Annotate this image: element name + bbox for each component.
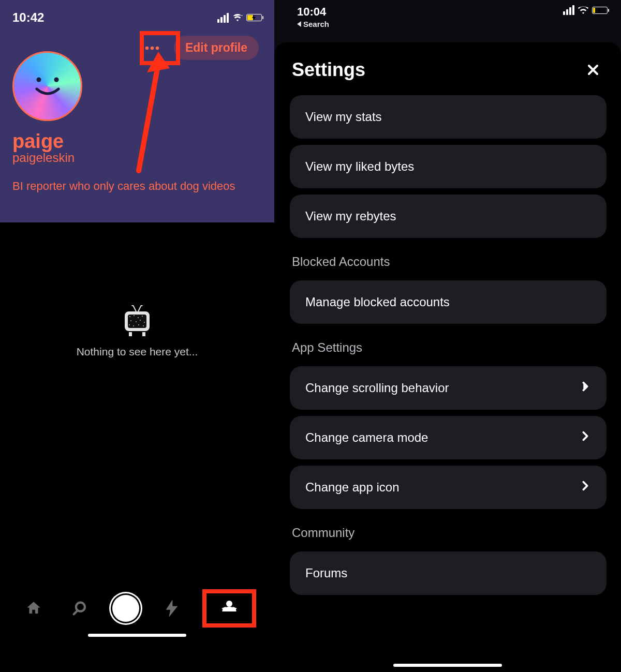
- profile-header: 10:42 Edit profile: [0, 0, 274, 222]
- empty-text: Nothing to see here yet...: [0, 346, 274, 358]
- svg-point-24: [138, 324, 139, 325]
- svg-point-4: [54, 77, 58, 82]
- settings-item-label: Change camera mode: [305, 430, 428, 445]
- close-icon: [587, 64, 599, 76]
- nav-home[interactable]: [18, 593, 49, 624]
- settings-sheet: Settings View my stats View my liked byt…: [274, 42, 621, 672]
- back-to-app[interactable]: Search: [297, 20, 329, 28]
- settings-item-label: Change app icon: [305, 480, 399, 495]
- battery-icon: [246, 14, 262, 21]
- settings-item-label: Change scrolling behavior: [305, 381, 449, 395]
- nav-record[interactable]: [110, 593, 141, 624]
- status-bar: 10:42: [12, 7, 262, 28]
- annotation-box-profile-tab: [202, 589, 256, 628]
- back-caret-icon: [297, 21, 302, 27]
- svg-point-15: [134, 315, 135, 316]
- close-button[interactable]: [583, 59, 603, 80]
- svg-point-3: [36, 77, 41, 82]
- home-indicator: [88, 634, 186, 637]
- settings-item-label: View my rebytes: [305, 209, 396, 223]
- cellular-icon: [217, 13, 229, 23]
- home-icon: [25, 600, 42, 617]
- display-name: paige: [12, 130, 262, 153]
- chevron-right-icon: [580, 381, 591, 395]
- settings-item-forums[interactable]: Forums: [290, 551, 607, 595]
- settings-item-stats[interactable]: View my stats: [290, 95, 607, 139]
- status-time: 10:42: [12, 10, 44, 25]
- settings-title: Settings: [292, 59, 365, 81]
- svg-rect-26: [129, 332, 132, 336]
- svg-line-29: [73, 610, 77, 614]
- nav-search[interactable]: [64, 593, 95, 624]
- tv-icon: [122, 305, 153, 336]
- svg-point-23: [133, 325, 134, 326]
- status-time: 10:04: [297, 5, 329, 19]
- settings-item-camera[interactable]: Change camera mode: [290, 416, 607, 459]
- settings-item-liked[interactable]: View my liked bytes: [290, 145, 607, 188]
- ellipsis-icon: [145, 46, 159, 50]
- bolt-icon: [164, 600, 180, 617]
- svg-rect-27: [142, 332, 145, 336]
- record-icon: [112, 595, 139, 622]
- settings-screen: 10:04 Search Settings: [274, 0, 621, 672]
- section-community: Community: [292, 526, 607, 540]
- svg-point-22: [129, 324, 130, 325]
- svg-point-1: [151, 46, 154, 49]
- empty-state: Nothing to see here yet...: [0, 305, 274, 358]
- cellular-icon: [563, 5, 574, 15]
- nav-activity[interactable]: [156, 593, 187, 624]
- more-button[interactable]: [138, 38, 167, 58]
- svg-point-2: [156, 46, 159, 49]
- status-icons: [563, 5, 608, 15]
- back-label: Search: [303, 20, 329, 28]
- bio: BI reporter who only cares about dog vid…: [12, 180, 262, 193]
- avatar-face-icon: [29, 73, 66, 99]
- svg-point-18: [130, 320, 131, 321]
- nav-profile[interactable]: [220, 599, 239, 618]
- status-icons: [217, 13, 262, 23]
- profile-screen: 10:42 Edit profile: [0, 0, 274, 672]
- settings-item-label: View my stats: [305, 110, 382, 124]
- svg-point-25: [143, 325, 144, 326]
- svg-point-17: [142, 316, 143, 317]
- chevron-right-icon: [580, 430, 591, 445]
- chevron-right-icon: [580, 480, 591, 495]
- battery-icon: [592, 7, 608, 14]
- svg-point-21: [144, 322, 145, 323]
- svg-line-7: [133, 305, 136, 311]
- svg-line-8: [138, 305, 141, 311]
- section-blocked: Blocked Accounts: [292, 255, 607, 269]
- svg-point-20: [140, 320, 141, 321]
- section-app-settings: App Settings: [292, 340, 607, 355]
- settings-item-label: Forums: [305, 566, 347, 580]
- username: paigeleskin: [12, 151, 262, 165]
- wifi-icon: [232, 13, 243, 22]
- settings-item-scroll[interactable]: Change scrolling behavior: [290, 366, 607, 410]
- svg-point-30: [226, 601, 232, 607]
- svg-point-0: [145, 46, 149, 49]
- settings-item-manage-blocked[interactable]: Manage blocked accounts: [290, 280, 607, 324]
- person-icon: [220, 599, 239, 618]
- settings-item-label: Manage blocked accounts: [305, 295, 450, 309]
- settings-item-appicon[interactable]: Change app icon: [290, 466, 607, 509]
- search-icon: [71, 600, 88, 617]
- wifi-icon: [578, 6, 589, 14]
- svg-point-19: [136, 321, 137, 322]
- home-indicator: [393, 664, 502, 667]
- svg-point-14: [129, 316, 130, 317]
- status-bar: 10:04 Search: [274, 0, 621, 30]
- bottom-nav: [0, 589, 274, 628]
- avatar[interactable]: [12, 51, 82, 121]
- edit-profile-button[interactable]: Edit profile: [174, 36, 259, 60]
- settings-item-label: View my liked bytes: [305, 159, 414, 174]
- settings-item-rebytes[interactable]: View my rebytes: [290, 195, 607, 238]
- svg-point-16: [138, 317, 139, 318]
